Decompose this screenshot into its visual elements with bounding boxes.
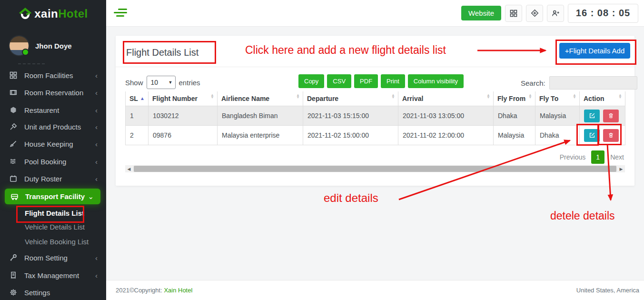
csv-button[interactable]: CSV — [327, 74, 351, 88]
chevron-down-icon: ⌄ — [88, 193, 94, 200]
table-row: 2 09876 Malaysia enterprise 2021-11-02 1… — [126, 126, 625, 145]
pencil-square-icon — [589, 112, 595, 119]
scrollbar-thumb[interactable] — [134, 166, 616, 172]
gear-icon — [10, 289, 18, 296]
website-button[interactable]: Website — [461, 6, 501, 20]
pin-icon — [10, 123, 18, 130]
apps-icon[interactable] — [505, 5, 522, 22]
footer-region: United States, America — [576, 287, 639, 294]
pdf-button[interactable]: PDF — [354, 74, 378, 88]
pencil-square-icon — [589, 132, 595, 139]
column-header-departure[interactable]: Departure▲▼ — [303, 91, 398, 106]
chevron-left-icon: ‹ — [95, 72, 98, 79]
sidebar-subitem-flight-details-list[interactable]: Flight Details List — [0, 206, 106, 220]
pagination-next[interactable]: Next — [610, 153, 624, 161]
trash-icon — [608, 132, 614, 139]
search-input[interactable] — [549, 76, 637, 90]
sort-icon: ▲▼ — [528, 94, 532, 99]
column-header-arrival[interactable]: Arrival▲▼ — [398, 91, 494, 106]
user-name: Jhon Doye — [35, 42, 72, 50]
divider — [116, 67, 634, 67]
entries-label: entries — [179, 79, 200, 87]
footer: 2021©Copyright: Xain Hotel United States… — [106, 280, 644, 300]
sidebar-item-room-facilities[interactable]: Room Facilities ‹ — [0, 67, 106, 84]
chevron-down-icon: ▼ — [168, 80, 173, 85]
column-header-flight-number[interactable]: Flight Number▲▼ — [149, 91, 218, 106]
avatar — [10, 36, 29, 55]
chevron-left-icon: ‹ — [95, 107, 98, 114]
add-flight-button[interactable]: +Flight Details Add — [559, 43, 630, 59]
flight-table: SL▲ Flight Number▲▼ Airlience Name▲▼ Dep… — [125, 91, 625, 145]
pagination-previous[interactable]: Previous — [560, 153, 585, 161]
sidebar-item-settings[interactable]: Settings — [0, 284, 106, 300]
delete-button[interactable] — [603, 129, 619, 142]
scroll-right-icon[interactable]: ▶ — [617, 165, 625, 172]
delete-button[interactable] — [603, 110, 619, 122]
edit-button[interactable] — [584, 129, 600, 142]
show-label: Show — [125, 79, 143, 87]
chevron-left-icon: ‹ — [95, 175, 98, 182]
chevron-left-icon: ‹ — [95, 272, 98, 279]
footer-brand-link[interactable]: Xain Hotel — [164, 287, 192, 294]
move-diamond-icon[interactable] — [526, 5, 543, 22]
nav-divider — [18, 63, 45, 64]
column-header-action[interactable]: Action▲▼ — [580, 91, 625, 106]
sidebar-item-restaurent[interactable]: Restaurent ‹ — [0, 101, 106, 119]
page-title: Flight Details List — [126, 47, 198, 58]
sidebar-item-room-reservation[interactable]: Room Reservation ‹ — [0, 84, 106, 101]
table-row: 1 1030212 Bangladesh Biman 2021-11-03 15… — [126, 106, 625, 126]
app-logo[interactable]: xainHotel — [0, 0, 106, 28]
sort-icon: ▲▼ — [391, 94, 395, 99]
search-label: Search: — [521, 79, 545, 87]
chevron-left-icon: ‹ — [95, 123, 98, 130]
menu-toggle-icon[interactable] — [114, 9, 127, 17]
bus-icon — [10, 193, 19, 200]
chevron-left-icon: ‹ — [95, 140, 98, 148]
frame-icon — [10, 89, 18, 96]
broom-icon — [10, 140, 18, 148]
sidebar-subitem-vehicle-details-list[interactable]: Vehicle Details List — [0, 220, 106, 234]
sidebar-item-unit-and-products[interactable]: Unit and Products ‹ — [0, 118, 106, 135]
sort-icon: ▲▼ — [296, 94, 300, 99]
hotel-house-icon — [18, 8, 32, 20]
sort-icon: ▲▼ — [618, 94, 622, 99]
chevron-left-icon: ‹ — [95, 158, 98, 165]
chevron-left-icon: ‹ — [95, 254, 98, 261]
column-header-sl[interactable]: SL▲ — [126, 91, 149, 106]
page-size-select[interactable]: 10 ▼ — [147, 76, 176, 89]
sidebar-item-transport-facility[interactable]: Transport Facility ⌄ — [5, 189, 100, 204]
user-add-icon[interactable] — [547, 5, 564, 22]
print-button[interactable]: Print — [381, 74, 405, 88]
edit-button[interactable] — [584, 110, 600, 122]
pagination-page-1[interactable]: 1 — [591, 150, 604, 164]
receipt-icon — [10, 271, 18, 279]
hexagon-icon — [10, 106, 18, 114]
scroll-left-icon[interactable]: ◀ — [125, 165, 133, 172]
sidebar-item-room-setting[interactable]: Room Setting ‹ — [0, 249, 106, 266]
table-header-row: SL▲ Flight Number▲▼ Airlience Name▲▼ Dep… — [126, 91, 625, 106]
sidebar-item-duty-roster[interactable]: Duty Roster ‹ — [0, 170, 106, 187]
sidebar-item-house-keeping[interactable]: House Keeping ‹ — [0, 135, 106, 152]
column-header-fly-to[interactable]: Fly To▲▼ — [535, 91, 580, 106]
sort-icon: ▲▼ — [210, 94, 214, 99]
grid-icon — [10, 71, 18, 79]
sidebar-item-pool-booking[interactable]: Pool Booking ‹ — [0, 153, 106, 170]
column-header-fly-from[interactable]: Fly From▲▼ — [494, 91, 535, 106]
brand-name: xainHotel — [34, 7, 88, 20]
wrench-icon — [10, 254, 18, 261]
calendar-icon — [10, 175, 18, 182]
column-header-airline-name[interactable]: Airlience Name▲▼ — [218, 91, 303, 106]
flight-details-card: Flight Details List +Flight Details Add … — [116, 36, 634, 186]
column-visibility-button[interactable]: Column visibility — [408, 74, 464, 88]
sidebar-subitem-vehicle-booking-list[interactable]: Vehicle Booking List — [0, 234, 106, 249]
scrollbar-track[interactable] — [133, 165, 617, 172]
copy-button[interactable]: Copy — [298, 74, 324, 88]
trash-icon — [608, 112, 614, 119]
user-profile[interactable]: Jhon Doye — [10, 36, 72, 55]
waves-icon — [10, 158, 18, 165]
sort-asc-icon: ▲ — [140, 96, 145, 101]
chevron-left-icon: ‹ — [95, 89, 98, 96]
sidebar: xainHotel Jhon Doye Room Facilities ‹ Ro… — [0, 0, 106, 300]
sidebar-item-tax-management[interactable]: Tax Management ‹ — [0, 267, 106, 284]
sort-icon: ▲▼ — [573, 94, 576, 99]
